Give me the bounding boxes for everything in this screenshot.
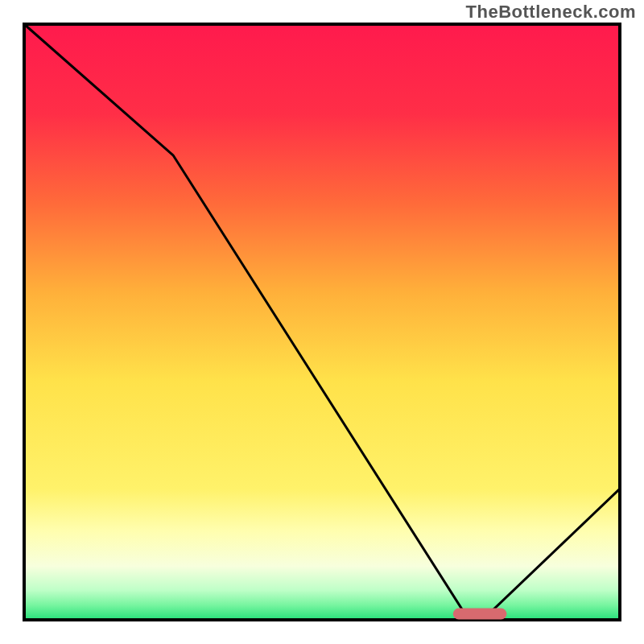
watermark-text: TheBottleneck.com [466,2,636,23]
chart-frame: TheBottleneck.com [0,0,644,644]
chart-canvas [0,0,644,644]
